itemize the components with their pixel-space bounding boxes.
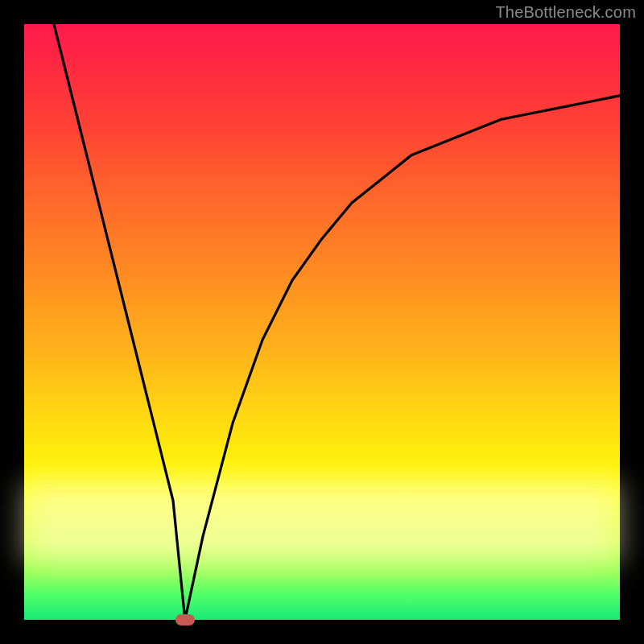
attribution-text: TheBottleneck.com (495, 3, 636, 22)
optimal-point-marker (175, 614, 195, 625)
chart-frame: TheBottleneck.com (0, 0, 644, 644)
bottleneck-curve (24, 24, 620, 620)
highlight-band (24, 483, 620, 564)
plot-area (24, 24, 620, 620)
